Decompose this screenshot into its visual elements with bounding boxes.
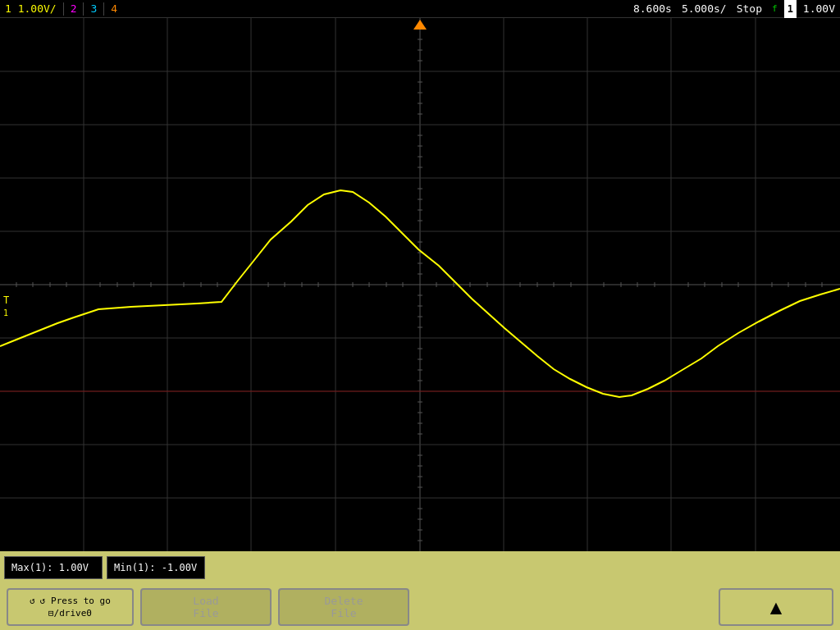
ch2-number: 2 bbox=[71, 2, 77, 15]
run-status: Stop bbox=[732, 0, 767, 18]
ch2-indicator: 2 bbox=[66, 0, 82, 18]
load-file-label-line2: File bbox=[193, 607, 218, 619]
up-arrow-icon: ▲ bbox=[770, 596, 782, 619]
max-value-display: Max(1): 1.00V bbox=[4, 556, 103, 579]
ch3-indicator: 3 bbox=[85, 0, 102, 18]
drive-label: ⊟/drive0 bbox=[48, 608, 92, 619]
ch1-number: 1 bbox=[5, 2, 11, 15]
up-arrow-button[interactable]: ▲ bbox=[719, 588, 833, 626]
ch3-number: 3 bbox=[90, 2, 97, 15]
time-scale: 5.000s/ bbox=[677, 0, 732, 18]
ch1-indicator: 1 1.00V/ bbox=[0, 0, 62, 18]
trigger-ch-box: 1 bbox=[784, 0, 797, 18]
divider-3 bbox=[103, 2, 104, 16]
divider-1 bbox=[63, 2, 64, 16]
ch1-scale: 1.00V/ bbox=[18, 2, 57, 15]
press-to-go-line1: ↺ ↺ Press to go bbox=[30, 596, 111, 606]
top-toolbar: 1 1.00V/ 2 3 4 8.600s 5.000s/ Stop f 1 1… bbox=[0, 0, 840, 18]
divider-2 bbox=[83, 2, 84, 16]
waveform bbox=[0, 18, 840, 551]
delete-file-label-line2: File bbox=[331, 607, 356, 619]
trigger-icon: f bbox=[767, 0, 783, 18]
status-bar: Max(1): 1.00V Min(1): -1.00V bbox=[0, 551, 840, 584]
oscilloscope-screen: T 1 bbox=[0, 18, 840, 551]
load-file-label-line1: Load bbox=[193, 595, 218, 607]
time-position: 8.600s bbox=[628, 0, 677, 18]
min-value-display: Min(1): -1.00V bbox=[107, 556, 205, 579]
trigger-level: 1.00V bbox=[798, 0, 840, 18]
refresh-icon: ↺ bbox=[30, 596, 35, 606]
delete-file-button[interactable]: Delete File bbox=[278, 588, 409, 626]
ch4-indicator: 4 bbox=[106, 0, 122, 18]
ch4-number: 4 bbox=[111, 2, 117, 15]
bottom-toolbar: ↺ ↺ Press to go ⊟/drive0 Load File Delet… bbox=[0, 584, 840, 630]
delete-file-label-line1: Delete bbox=[325, 595, 363, 607]
press-to-go-button[interactable]: ↺ ↺ Press to go ⊟/drive0 bbox=[7, 588, 134, 626]
channel1-waveform bbox=[0, 190, 840, 397]
load-file-button[interactable]: Load File bbox=[140, 588, 272, 626]
